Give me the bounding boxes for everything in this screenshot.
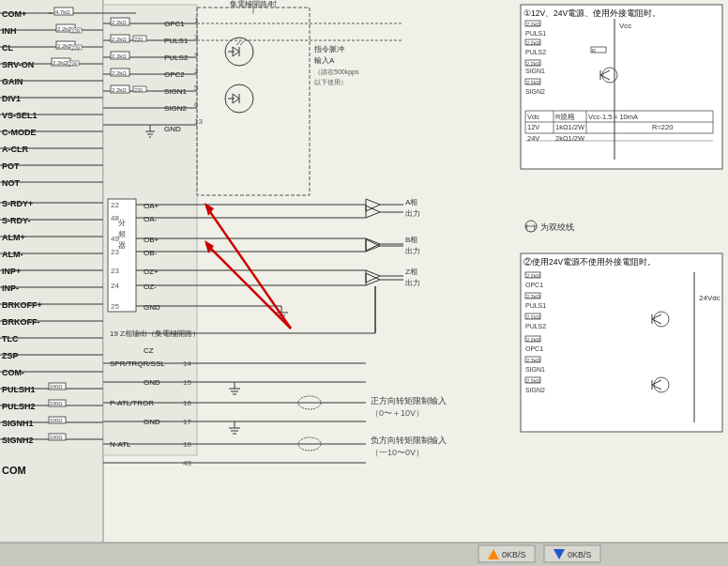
svg-rect-102 [133,86,146,92]
svg-rect-75 [49,434,66,440]
svg-rect-259 [0,543,728,566]
svg-text:15: 15 [183,378,191,387]
svg-text:PULS1: PULS1 [525,30,546,37]
svg-text:Vcc-1.5＝10mA: Vcc-1.5＝10mA [588,113,638,121]
svg-text:SIGN1: SIGN1 [525,366,545,373]
info-box-1-title: ①12V、24V電源、使用外接電阻时。 [523,8,660,18]
svg-line-254 [652,385,661,390]
svg-rect-201 [525,79,540,84]
svg-text:以下使用）: 以下使用） [314,79,347,86]
sign1-label: SIGN1 [164,87,188,96]
svg-text:PULSH1: PULSH1 [2,385,36,394]
svg-rect-71 [49,417,66,423]
p-atl-tror-label: P-ATL/TROR [110,399,154,407]
svg-rect-1 [0,0,103,544]
svg-rect-9 [56,24,75,32]
down-speed-label: 0KB/S [502,550,526,559]
svg-line-208 [600,70,610,75]
svg-text:14: 14 [183,359,191,368]
oa-plus-label: OA+ [144,202,159,210]
svg-rect-77 [103,5,197,455]
svg-marker-148 [366,270,380,283]
svg-text:22: 22 [111,201,119,209]
reverse-torque-label: 负方向转矩限制输入 [371,436,447,445]
svg-rect-125 [108,199,136,312]
svg-rect-67 [49,400,66,406]
svg-text:Vdc: Vdc [527,113,539,121]
svg-text:220: 220 [71,45,80,51]
svg-text:2.2kΩ: 2.2kΩ [53,60,68,66]
svg-text:5: 5 [194,84,199,92]
svg-text:2.2kΩ: 2.2kΩ [526,337,540,343]
svg-rect-78 [197,8,310,195]
svg-text:CL: CL [2,43,13,53]
n-atl-label: N-ATL [110,440,131,449]
svg-rect-195 [525,39,540,45]
svg-text:器: 器 [118,241,126,250]
svg-rect-228 [521,253,722,432]
svg-marker-262 [488,549,499,559]
svg-rect-261 [478,545,535,562]
freq-div-label: 分 [118,219,126,227]
info-box-2-title: ②使用24V電源不使用外接電阻时。 [523,257,656,267]
svg-text:6: 6 [194,100,199,109]
svg-line-253 [652,380,661,385]
svg-marker-164 [205,203,214,216]
svg-text:（0〜＋10V）: （0〜＋10V） [371,408,424,418]
svg-text:DIV1: DIV1 [2,94,21,103]
svg-point-211 [602,68,617,83]
svg-text:2.2kΩ: 2.2kΩ [112,70,127,76]
gnd-label: GND [164,125,181,133]
svg-text:INP+: INP+ [2,267,21,276]
svg-text:49: 49 [111,235,119,243]
svg-rect-229 [525,272,540,278]
svg-text:2.2kΩ: 2.2kΩ [57,43,72,49]
svg-text:ALM+: ALM+ [2,233,25,242]
svg-marker-145 [366,239,380,252]
svg-rect-63 [49,383,66,390]
svg-text:2.2kΩ: 2.2kΩ [526,80,540,85]
opc1-label: OPC1 [164,20,185,28]
svg-rect-4 [54,8,73,15]
ob-minus-label: OB- [144,249,158,257]
svg-text:2.2kΩ: 2.2kΩ [112,54,127,59]
svg-rect-238 [525,336,540,342]
svg-text:2.2kΩ: 2.2kΩ [57,26,72,32]
svg-text:100Ω: 100Ω [50,418,62,423]
sign2-label: SIGN2 [164,104,188,113]
svg-rect-204 [591,47,606,53]
svg-marker-144 [366,238,380,251]
svg-text:1: 1 [194,16,199,24]
command-pulse-label: 指令脈冲 [313,45,344,54]
svg-rect-198 [525,60,540,66]
svg-text:SIGN1: SIGN1 [525,68,545,74]
svg-text:輸入A: 輸入A [314,56,335,65]
svg-point-186 [298,437,321,451]
svg-rect-232 [525,293,540,298]
svg-text:ALM-: ALM- [2,250,23,259]
svg-rect-21 [52,58,70,66]
svg-text:POT: POT [2,161,20,171]
svg-line-116 [236,41,240,45]
svg-text:S-RDY+: S-RDY+ [2,199,33,208]
svg-text:220: 220 [71,28,80,34]
svg-text:A-CLR: A-CLR [2,145,28,154]
oz-plus-label: OZ+ [144,268,159,276]
svg-text:24V: 24V [527,134,539,143]
twisted-pair-label: （ ）为双绞线 [521,222,574,232]
svg-rect-17 [70,45,82,50]
svg-rect-92 [111,52,129,59]
svg-rect-88 [133,36,146,41]
svg-text:R: R [592,48,596,54]
svg-text:R規格: R規格 [555,113,575,121]
svg-rect-191 [521,5,722,169]
svg-text:16: 16 [183,399,191,407]
svg-text:OPC1: OPC1 [525,282,543,288]
svg-point-177 [298,396,321,409]
svg-rect-244 [525,377,540,383]
svg-text:48: 48 [111,214,119,222]
svg-text:2.2kΩ: 2.2kΩ [526,40,540,46]
svg-marker-264 [554,549,565,559]
svg-text:SIGNH2: SIGNH2 [2,436,34,445]
svg-text:2.2kΩ: 2.2kΩ [112,37,127,42]
